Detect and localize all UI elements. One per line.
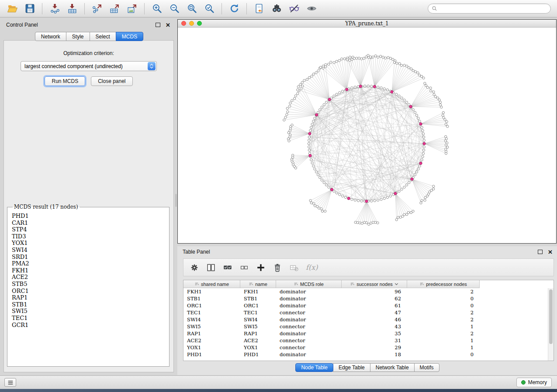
- show-columns-button[interactable]: [204, 261, 218, 274]
- export-image-button[interactable]: [123, 2, 141, 16]
- cell-shared-name[interactable]: RAP1: [183, 330, 240, 337]
- mcds-result-node[interactable]: TID3: [12, 233, 166, 240]
- search-input[interactable]: [439, 6, 547, 12]
- network-canvas[interactable]: [178, 28, 556, 243]
- apply-layout-button[interactable]: [225, 2, 243, 16]
- cell-MCDS-role[interactable]: dominator: [276, 316, 342, 323]
- mcds-result-node[interactable]: SRD1: [12, 254, 166, 261]
- cell-predecessor-nodes[interactable]: 2: [407, 330, 480, 337]
- add-column-button[interactable]: [254, 261, 267, 274]
- cell-predecessor-nodes[interactable]: 2: [407, 309, 480, 316]
- cell-shared-name[interactable]: ACE2: [183, 337, 240, 344]
- table-row[interactable]: RAP1RAP1dominator352: [183, 330, 554, 337]
- cell-name[interactable]: ORC1: [240, 303, 276, 309]
- close-panel-icon[interactable]: ✕: [166, 22, 170, 28]
- mcds-result-node[interactable]: ACE2: [12, 274, 166, 281]
- cell-shared-name[interactable]: TEC1: [183, 309, 240, 316]
- cell-predecessor-nodes[interactable]: 0: [407, 351, 480, 358]
- table-scrollbar-thumb[interactable]: [549, 289, 553, 344]
- cell-successor-nodes[interactable]: 43: [342, 323, 407, 330]
- mcds-result-node[interactable]: TEC1: [12, 315, 166, 322]
- cell-shared-name[interactable]: PHD1: [183, 351, 240, 358]
- table-settings-button[interactable]: [188, 261, 201, 274]
- column-header-shared-name[interactable]: shared name: [183, 280, 240, 288]
- table-row[interactable]: YOX1YOX1connector291: [183, 344, 554, 351]
- float-panel-icon[interactable]: [156, 23, 160, 27]
- column-header-successor-nodes[interactable]: successor nodes: [342, 280, 407, 288]
- cell-MCDS-role[interactable]: connector: [276, 337, 342, 344]
- zoom-in-button[interactable]: [148, 2, 166, 16]
- export-network-button[interactable]: [88, 2, 106, 16]
- cell-successor-nodes[interactable]: 62: [342, 296, 407, 302]
- memory-button[interactable]: Memory: [516, 378, 552, 387]
- mcds-result-node[interactable]: ORC1: [12, 288, 166, 295]
- cell-successor-nodes[interactable]: 18: [342, 351, 407, 358]
- cell-MCDS-role[interactable]: connector: [276, 309, 342, 316]
- cell-name[interactable]: YOX1: [240, 344, 276, 351]
- table-row[interactable]: PHD1PHD1dominator180: [183, 351, 554, 358]
- cell-name[interactable]: SWI5: [240, 323, 276, 330]
- table-row[interactable]: SWI4SWI4dominator462: [183, 316, 554, 323]
- show-hide-button[interactable]: [303, 2, 320, 16]
- control-tab-style[interactable]: Style: [66, 32, 90, 41]
- column-header-MCDS-role[interactable]: MCDS role: [276, 280, 342, 288]
- cell-name[interactable]: FKH1: [240, 289, 276, 295]
- search-box[interactable]: [428, 3, 551, 14]
- status-menu-button[interactable]: [4, 378, 16, 387]
- cell-successor-nodes[interactable]: 61: [342, 303, 407, 309]
- window-minimize-button[interactable]: [189, 21, 194, 26]
- cell-shared-name[interactable]: ORC1: [183, 303, 240, 309]
- cell-MCDS-role[interactable]: connector: [276, 323, 342, 330]
- cell-predecessor-nodes[interactable]: 2: [407, 316, 480, 323]
- open-session-button[interactable]: [3, 2, 21, 16]
- cell-shared-name[interactable]: FKH1: [183, 289, 240, 295]
- table-tab-node-table[interactable]: Node Table: [295, 363, 333, 372]
- import-table-button[interactable]: [63, 2, 81, 16]
- close-table-panel-icon[interactable]: ✕: [548, 249, 553, 255]
- open-network-file-button[interactable]: [250, 2, 268, 16]
- cell-successor-nodes[interactable]: 31: [342, 337, 407, 344]
- cell-predecessor-nodes[interactable]: 1: [407, 337, 480, 344]
- table-row[interactable]: FKH1FKH1dominator962: [183, 288, 554, 295]
- select-all-button[interactable]: [221, 261, 234, 274]
- table-tab-motifs[interactable]: Motifs: [414, 363, 439, 372]
- zoom-selected-button[interactable]: [201, 2, 218, 16]
- network-window-titlebar[interactable]: YPA_prune.txt_1: [178, 20, 556, 28]
- cell-MCDS-role[interactable]: dominator: [276, 303, 342, 309]
- mcds-result-node[interactable]: RAP1: [12, 294, 166, 301]
- table-tab-network-table[interactable]: Network Table: [370, 363, 415, 372]
- export-table-button[interactable]: [106, 2, 123, 16]
- table-row[interactable]: ORC1ORC1dominator610: [183, 302, 554, 309]
- mcds-result-node[interactable]: FKH1: [12, 267, 166, 274]
- cell-successor-nodes[interactable]: 35: [342, 330, 407, 337]
- mcds-result-node[interactable]: CAR1: [12, 220, 166, 227]
- float-table-panel-icon[interactable]: [538, 250, 543, 254]
- first-neighbors-button[interactable]: [268, 2, 285, 16]
- cell-shared-name[interactable]: SWI4: [183, 316, 240, 323]
- table-scrollbar[interactable]: [548, 288, 554, 361]
- zoom-fit-button[interactable]: [183, 2, 201, 16]
- window-close-button[interactable]: [181, 21, 186, 26]
- delete-column-button[interactable]: [271, 261, 284, 274]
- mcds-result-node[interactable]: SWI4: [12, 247, 166, 254]
- cell-shared-name[interactable]: STB1: [183, 296, 240, 302]
- control-tab-mcds[interactable]: MCDS: [116, 32, 143, 41]
- mcds-result-node[interactable]: SWI5: [12, 308, 166, 315]
- cell-predecessor-nodes[interactable]: 1: [407, 344, 480, 351]
- mcds-result-node[interactable]: STB1: [12, 301, 166, 308]
- mcds-result-node[interactable]: PHD1: [12, 213, 166, 220]
- window-maximize-button[interactable]: [197, 21, 202, 26]
- optimization-criterion-select[interactable]: largest connected component (undirected): [21, 61, 157, 71]
- cell-successor-nodes[interactable]: 46: [342, 316, 407, 323]
- cell-name[interactable]: PHD1: [240, 351, 276, 358]
- cell-name[interactable]: SWI4: [240, 316, 276, 323]
- cell-predecessor-nodes[interactable]: 2: [407, 289, 480, 295]
- mcds-result-node[interactable]: STP4: [12, 226, 166, 233]
- run-mcds-button[interactable]: Run MCDS: [45, 76, 85, 86]
- cell-MCDS-role[interactable]: dominator: [276, 289, 342, 295]
- save-session-button[interactable]: [21, 2, 38, 16]
- cell-MCDS-role[interactable]: dominator: [276, 351, 342, 358]
- cell-successor-nodes[interactable]: 96: [342, 289, 407, 295]
- table-row[interactable]: SWI5SWI5connector431: [183, 323, 554, 330]
- cell-MCDS-role[interactable]: dominator: [276, 330, 342, 337]
